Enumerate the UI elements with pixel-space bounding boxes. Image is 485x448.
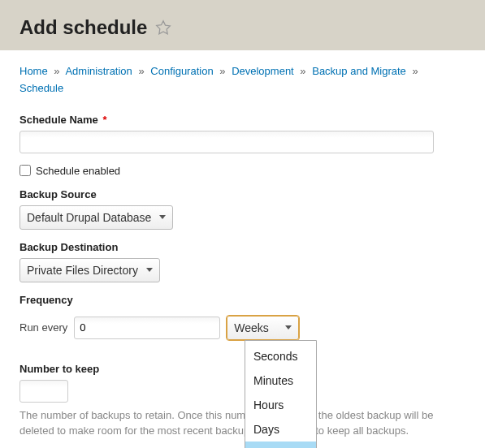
breadcrumb-development[interactable]: Development xyxy=(232,65,294,77)
breadcrumb-backup-migrate[interactable]: Backup and Migrate xyxy=(312,65,406,77)
schedule-enabled-checkbox[interactable] xyxy=(19,165,31,176)
breadcrumb: Home » Administration » Configuration » … xyxy=(19,63,466,97)
frequency-label: Frequency xyxy=(19,294,73,306)
schedule-name-label: Schedule Name * xyxy=(19,114,107,126)
schedule-name-row: Schedule Name * xyxy=(19,114,466,153)
chevron-down-icon xyxy=(285,325,292,330)
schedule-name-input[interactable] xyxy=(19,131,434,153)
frequency-row: Frequency Run every Weeks Seconds Minute… xyxy=(19,294,466,340)
backup-source-select[interactable]: Default Drupal Database xyxy=(19,205,173,230)
frequency-option-seconds[interactable]: Seconds xyxy=(245,344,316,368)
backup-destination-select[interactable]: Private Files Directory xyxy=(19,258,160,282)
frequency-option-weeks[interactable]: Weeks xyxy=(245,442,316,448)
frequency-option-minutes[interactable]: Minutes xyxy=(245,368,316,393)
number-to-keep-row: Number to keep The number of backups to … xyxy=(19,363,466,439)
star-icon[interactable] xyxy=(155,19,171,36)
breadcrumb-schedule[interactable]: Schedule xyxy=(19,82,63,94)
backup-source-label: Backup Source xyxy=(19,188,97,200)
page-title: Add schedule xyxy=(19,16,147,39)
breadcrumb-sep: » xyxy=(216,65,228,77)
frequency-option-days[interactable]: Days xyxy=(245,417,316,442)
breadcrumb-configuration[interactable]: Configuration xyxy=(150,65,213,77)
content-area: Home » Administration » Configuration » … xyxy=(0,50,485,448)
schedule-enabled-label: Schedule enabled xyxy=(36,165,120,177)
number-to-keep-label: Number to keep xyxy=(19,363,99,375)
backup-source-row: Backup Source Default Drupal Database xyxy=(19,188,466,230)
frequency-unit-selected: Weeks xyxy=(234,321,269,334)
number-to-keep-input[interactable] xyxy=(19,380,68,403)
chevron-down-icon xyxy=(146,268,153,272)
breadcrumb-administration[interactable]: Administration xyxy=(65,65,132,77)
frequency-unit-dropdown: Seconds Minutes Hours Days Weeks xyxy=(245,340,317,448)
frequency-value-input[interactable] xyxy=(74,317,220,339)
breadcrumb-sep: » xyxy=(135,65,147,77)
schedule-enabled-row: Schedule enabled xyxy=(19,165,466,177)
breadcrumb-home[interactable]: Home xyxy=(19,65,48,77)
number-to-keep-help: The number of backups to retain. Once th… xyxy=(19,407,466,439)
breadcrumb-sep: » xyxy=(409,65,421,77)
backup-destination-row: Backup Destination Private Files Directo… xyxy=(19,241,466,282)
required-marker: * xyxy=(102,114,106,126)
backup-destination-label: Backup Destination xyxy=(19,241,118,253)
breadcrumb-sep: » xyxy=(297,65,309,77)
page-header: Add schedule xyxy=(0,0,485,50)
frequency-prefix: Run every xyxy=(19,321,67,334)
backup-destination-selected: Private Files Directory xyxy=(27,264,138,277)
breadcrumb-sep: » xyxy=(50,65,63,77)
frequency-controls: Run every Weeks Seconds Minutes Hours Da… xyxy=(19,316,466,340)
frequency-option-hours[interactable]: Hours xyxy=(245,393,316,417)
chevron-down-icon xyxy=(159,215,166,219)
schedule-name-label-text: Schedule Name xyxy=(19,114,98,126)
frequency-unit-select[interactable]: Weeks xyxy=(227,316,299,340)
backup-source-selected: Default Drupal Database xyxy=(27,211,151,224)
